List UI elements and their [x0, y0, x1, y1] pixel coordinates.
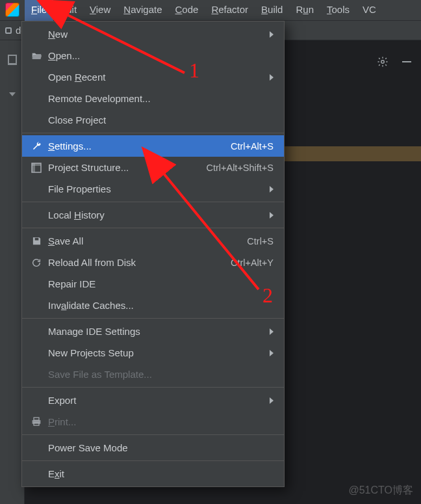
menu-item-label: Reload All from Disk: [48, 257, 136, 268]
menu-item-save-all[interactable]: Save AllCtrl+S: [22, 230, 284, 252]
menu-edit[interactable]: Edit: [53, 0, 83, 21]
print-icon: [30, 416, 43, 428]
blank-icon: [30, 369, 43, 380]
menu-item-label: Invalidate Caches...: [48, 300, 134, 311]
svg-point-0: [381, 60, 385, 64]
menu-item-repair-ide[interactable]: Repair IDE: [22, 273, 284, 295]
project-structure-icon: [30, 162, 43, 174]
blank-icon: [30, 300, 43, 312]
submenu-arrow-icon: [270, 397, 274, 404]
submenu-arrow-icon: [270, 350, 274, 356]
menu-item-label: Open Recent: [48, 72, 105, 83]
blank-icon: [30, 395, 43, 406]
menu-item-remote-development[interactable]: Remote Development...: [22, 88, 284, 109]
menu-refactor[interactable]: Refactor: [205, 0, 255, 21]
menu-item-shortcut: Ctrl+Alt+S: [231, 141, 274, 152]
menu-item-close-project[interactable]: Close Project: [22, 109, 284, 131]
menu-separator: [22, 318, 284, 319]
menubar: FileEditViewNavigateCodeRefactorBuildRun…: [0, 0, 421, 21]
ide-logo-icon: [5, 3, 19, 17]
menu-build[interactable]: Build: [255, 0, 289, 21]
annotation-number-1: 1: [189, 59, 199, 83]
svg-rect-1: [402, 61, 411, 62]
menu-code[interactable]: Code: [169, 0, 205, 21]
save-icon: [30, 235, 43, 247]
menu-item-label: Remote Development...: [48, 93, 151, 104]
menu-item-label: File Properties: [48, 183, 111, 194]
menu-separator: [22, 460, 284, 461]
menu-item-label: Save All: [48, 235, 83, 246]
gear-icon[interactable]: [377, 56, 389, 68]
menu-item-settings[interactable]: Settings...Ctrl+Alt+S: [22, 135, 284, 157]
menu-tools[interactable]: Tools: [320, 0, 356, 21]
file-menu-dropdown: NewOpen...Open RecentRemote Development.…: [21, 21, 285, 487]
menu-item-save-file-as-template: Save File as Template...: [22, 364, 284, 385]
menu-separator: [22, 228, 284, 228]
menu-item-label: Export: [48, 395, 76, 406]
menu-item-print: Print...: [22, 411, 284, 432]
annotation-number-2: 2: [262, 284, 273, 308]
menu-item-shortcut: Ctrl+Alt+Shift+S: [206, 163, 274, 173]
svg-rect-5: [34, 418, 39, 420]
menu-separator: [22, 387, 284, 388]
blank-icon: [30, 114, 43, 126]
menu-navigate[interactable]: Navigate: [117, 0, 168, 21]
menu-item-file-properties[interactable]: File Properties: [22, 178, 284, 200]
menu-separator: [22, 133, 284, 133]
menu-item-label: Save File as Template...: [48, 369, 152, 380]
menu-item-exit[interactable]: Exit: [22, 463, 284, 484]
menu-vc[interactable]: VC: [356, 0, 383, 21]
menu-item-label: Manage IDE Settings: [48, 326, 140, 337]
menu-item-label: Repair IDE: [48, 278, 96, 289]
menu-separator: [22, 202, 284, 202]
project-tool-icon[interactable]: [8, 55, 17, 65]
blank-icon: [30, 72, 43, 83]
submenu-arrow-icon: [270, 186, 274, 192]
menu-item-project-structure[interactable]: Project Structure...Ctrl+Alt+Shift+S: [22, 157, 284, 178]
menu-item-new-projects-setup[interactable]: New Projects Setup: [22, 342, 284, 364]
blank-icon: [30, 347, 43, 359]
menu-item-label: Local History: [48, 209, 105, 220]
menu-run[interactable]: Run: [289, 0, 320, 21]
menu-item-new[interactable]: New: [22, 23, 284, 45]
menu-item-export[interactable]: Export: [22, 390, 284, 411]
menu-separator: [22, 434, 284, 435]
blank-icon: [30, 468, 43, 480]
menu-item-label: Print...: [48, 416, 76, 427]
menu-item-label: Project Structure...: [48, 162, 129, 173]
svg-rect-7: [34, 423, 39, 425]
blank-icon: [30, 93, 43, 105]
menu-item-label: Settings...: [48, 140, 92, 152]
menu-item-manage-ide-settings[interactable]: Manage IDE Settings: [22, 321, 284, 342]
menu-item-open[interactable]: Open...: [22, 45, 284, 66]
menu-item-label: Power Save Mode: [48, 442, 128, 453]
blank-icon: [30, 209, 43, 221]
collapse-chevron-icon[interactable]: [9, 92, 16, 96]
folder-open-icon: [30, 50, 43, 62]
menu-item-power-save-mode[interactable]: Power Save Mode: [22, 437, 284, 458]
menu-file[interactable]: File: [25, 0, 53, 21]
menu-item-reload-all-from-disk[interactable]: Reload All from DiskCtrl+Alt+Y: [22, 252, 284, 273]
menu-item-label: Close Project: [48, 114, 106, 126]
menu-item-local-history[interactable]: Local History: [22, 204, 284, 226]
tab-module-icon: [5, 27, 12, 34]
blank-icon: [30, 278, 43, 290]
menu-item-shortcut: Ctrl+S: [247, 236, 274, 246]
blank-icon: [30, 442, 43, 454]
menu-item-label: Open...: [48, 50, 80, 61]
menu-view[interactable]: View: [83, 0, 117, 21]
svg-rect-4: [32, 163, 41, 166]
wrench-icon: [30, 140, 43, 152]
menu-item-label: New Projects Setup: [48, 347, 134, 358]
menu-item-invalidate-caches[interactable]: Invalidate Caches...: [22, 295, 284, 316]
submenu-arrow-icon: [270, 31, 274, 38]
submenu-arrow-icon: [270, 74, 274, 81]
blank-icon: [30, 183, 43, 195]
menu-item-label: New: [48, 29, 68, 40]
menu-item-open-recent[interactable]: Open Recent: [22, 66, 284, 88]
submenu-arrow-icon: [270, 212, 274, 219]
submenu-arrow-icon: [270, 328, 274, 335]
minimize-icon[interactable]: [402, 57, 412, 67]
blank-icon: [30, 29, 43, 40]
menu-item-label: Exit: [48, 468, 64, 479]
